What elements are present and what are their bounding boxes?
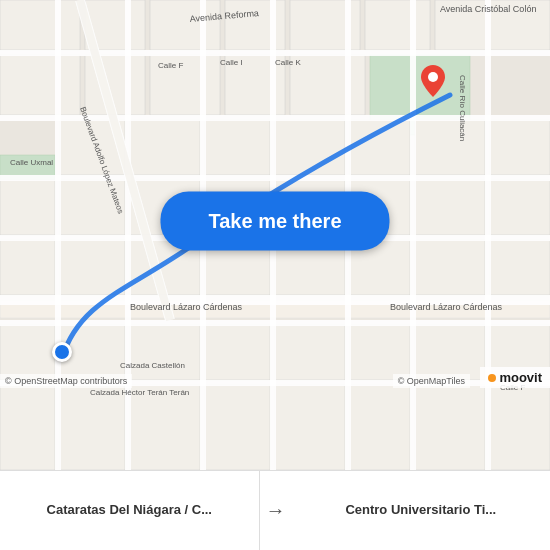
svg-text:Calle Uxmal: Calle Uxmal [10, 158, 53, 167]
bottom-bar: Cataratas Del Niágara / C... → Centro Un… [0, 470, 550, 550]
svg-rect-32 [60, 240, 125, 295]
svg-text:Calzada Castellón: Calzada Castellón [120, 361, 185, 370]
svg-rect-21 [490, 120, 550, 175]
moovit-logo-dot [488, 374, 496, 382]
svg-rect-9 [0, 55, 80, 115]
svg-rect-30 [490, 180, 550, 235]
svg-rect-52 [350, 385, 410, 470]
svg-text:Calle Río Culiacán: Calle Río Culiacán [458, 75, 467, 141]
svg-rect-16 [130, 120, 200, 175]
svg-rect-29 [415, 180, 485, 235]
svg-rect-3 [150, 0, 220, 50]
svg-rect-23 [0, 180, 55, 235]
svg-rect-1 [0, 0, 80, 50]
svg-rect-49 [130, 385, 200, 470]
svg-rect-13 [290, 55, 365, 115]
svg-rect-39 [0, 325, 55, 380]
origin-marker [52, 342, 72, 362]
svg-text:Calzada Héctor Terán Terán: Calzada Héctor Terán Terán [90, 388, 189, 397]
svg-rect-31 [0, 240, 55, 295]
origin-section[interactable]: Cataratas Del Niágara / C... [0, 471, 260, 550]
attribution-text: © OpenStreetMap contributors [5, 376, 127, 386]
svg-rect-62 [55, 0, 61, 470]
svg-rect-44 [350, 325, 410, 380]
svg-rect-54 [490, 385, 550, 470]
moovit-logo: moovit [480, 367, 550, 388]
svg-rect-51 [275, 385, 345, 470]
destination-name: Centro Universitario Ti... [345, 502, 496, 519]
svg-text:Boulevard Lázaro Cárdenas: Boulevard Lázaro Cárdenas [130, 302, 243, 312]
svg-rect-18 [275, 120, 345, 175]
svg-rect-42 [205, 325, 270, 380]
svg-text:Boulevard Lázaro Cárdenas: Boulevard Lázaro Cárdenas [390, 302, 503, 312]
svg-text:Calle K: Calle K [275, 58, 301, 67]
svg-rect-48 [60, 385, 125, 470]
openstreetmap-attribution: © OpenStreetMap contributors [0, 374, 132, 388]
svg-rect-37 [415, 240, 485, 295]
svg-rect-53 [415, 385, 485, 470]
take-me-there-button[interactable]: Take me there [160, 191, 389, 250]
svg-rect-20 [415, 120, 485, 175]
openmaptiles-text: © OpenMapTiles [398, 376, 465, 386]
svg-rect-47 [0, 385, 55, 470]
svg-text:Calle F: Calle F [158, 61, 183, 70]
svg-text:Avenida Cristóbal Colón: Avenida Cristóbal Colón [440, 4, 536, 14]
svg-rect-63 [125, 0, 131, 470]
svg-rect-50 [205, 385, 270, 470]
origin-name: Cataratas Del Niágara / C... [47, 502, 212, 519]
svg-rect-41 [130, 325, 200, 380]
svg-rect-6 [365, 0, 430, 50]
destination-section[interactable]: Centro Universitario Ti... [292, 471, 551, 550]
openmaptiles-attribution: © OpenMapTiles [393, 374, 470, 388]
svg-point-84 [428, 72, 438, 82]
direction-arrow: → [260, 499, 292, 522]
svg-rect-38 [490, 240, 550, 295]
destination-pin [421, 65, 445, 97]
svg-rect-43 [275, 325, 345, 380]
svg-rect-17 [205, 120, 270, 175]
svg-rect-19 [350, 120, 410, 175]
svg-rect-68 [485, 0, 491, 470]
svg-rect-45 [415, 325, 485, 380]
svg-rect-67 [410, 0, 416, 470]
svg-text:Calle I: Calle I [220, 58, 243, 67]
moovit-brand-name: moovit [499, 370, 542, 385]
map-container: Avenida Reforma Avenida Cristóbal Colón … [0, 0, 550, 470]
